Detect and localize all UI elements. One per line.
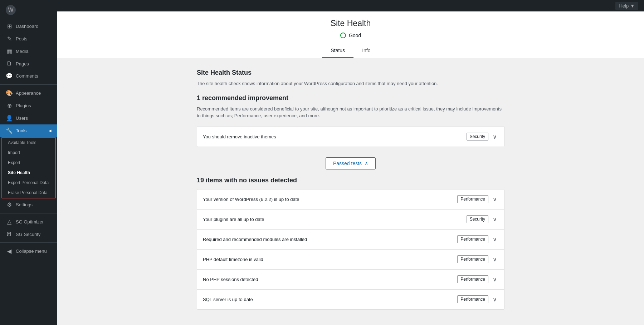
media-icon: ▦ (6, 48, 13, 55)
sidebar-item-settings[interactable]: ⚙ Settings (0, 198, 57, 211)
main-content: Help ▼ Site Health Good Status Info Site… (57, 11, 644, 325)
passed-item-4: No PHP sessions detected Performance ∨ (197, 269, 504, 290)
sidebar-item-posts[interactable]: ✎ Posts (0, 33, 57, 45)
posts-icon: ✎ (6, 35, 13, 42)
passed-item-badge-3: Performance (457, 255, 488, 263)
passed-item-badge-4: Performance (457, 275, 488, 283)
sidebar-item-sg-security[interactable]: ⛨ SG Security (0, 228, 57, 240)
sidebar-item-sg-optimizer[interactable]: △ SG Optimizer (0, 216, 57, 228)
site-health-status-desc: The site health check shows information … (197, 80, 504, 87)
status-dot-icon (340, 33, 346, 38)
comments-icon: 💬 (6, 73, 13, 79)
passed-item-label-2: Required and recommended modules are ins… (203, 237, 307, 242)
recommended-item-label-0: You should remove inactive themes (203, 134, 276, 139)
recommended-desc: Recommended items are considered benefic… (197, 105, 504, 119)
recommended-item-expand-0[interactable]: ∨ (491, 132, 498, 142)
passed-item-label-0: Your version of WordPress (6.2.2) is up … (203, 197, 299, 202)
passed-item-expand-3[interactable]: ∨ (491, 255, 498, 264)
passed-item-right-4: Performance ∨ (457, 275, 498, 284)
tab-status[interactable]: Status (322, 44, 353, 58)
tab-info[interactable]: Info (353, 44, 379, 58)
sidebar: W ⊞ Dashboard ✎ Posts ▦ Media 🗋 Pages 💬 … (0, 0, 57, 325)
passed-item-label-5: SQL server is up to date (203, 297, 253, 302)
users-icon: 👤 (6, 115, 13, 122)
passed-item-right-1: Security ∨ (467, 215, 498, 224)
submenu-erase-personal-data[interactable]: Erase Personal Data (2, 188, 55, 198)
sidebar-item-comments[interactable]: 💬 Comments (0, 70, 57, 82)
recommended-title: 1 recommended improvement (197, 94, 504, 102)
sidebar-logo: W (0, 0, 57, 20)
passed-item-5: SQL server is up to date Performance ∨ (197, 289, 504, 310)
tools-arrow-icon: ◀ (49, 129, 52, 133)
recommended-item-badge-0: Security (467, 133, 488, 141)
passed-item-badge-1: Security (467, 215, 488, 223)
passed-item-3: PHP default timezone is valid Performanc… (197, 249, 504, 270)
page-header: Site Health Good Status Info (57, 11, 644, 58)
tabs: Status Info (57, 44, 644, 58)
passed-items: Your version of WordPress (6.2.2) is up … (197, 189, 504, 310)
settings-icon: ⚙ (6, 201, 13, 208)
passed-item-label-4: No PHP sessions detected (203, 277, 258, 282)
sidebar-item-collapse[interactable]: ◀ Collapse menu (0, 245, 57, 257)
site-health-status-title: Site Health Status (197, 69, 504, 77)
passed-item-right-0: Performance ∨ (457, 194, 498, 204)
passed-item-badge-2: Performance (457, 235, 488, 243)
submenu-export-personal-data[interactable]: Export Personal Data (2, 178, 55, 188)
tools-icon: 🔧 (6, 127, 13, 134)
sidebar-item-plugins[interactable]: ⊕ Plugins (0, 99, 57, 112)
sidebar-item-media[interactable]: ▦ Media (0, 45, 57, 58)
appearance-icon: 🎨 (6, 90, 13, 97)
sidebar-item-users[interactable]: 👤 Users (0, 112, 57, 124)
passed-item-badge-5: Performance (457, 295, 488, 303)
passed-item-2: Required and recommended modules are ins… (197, 229, 504, 250)
passed-item-0: Your version of WordPress (6.2.2) is up … (197, 189, 504, 210)
passed-item-right-3: Performance ∨ (457, 255, 498, 264)
tools-submenu: Available Tools Import Export Site Healt… (1, 137, 56, 198)
sidebar-item-appearance[interactable]: 🎨 Appearance (0, 87, 57, 99)
pages-icon: 🗋 (6, 60, 13, 67)
submenu-site-health[interactable]: Site Health (2, 168, 55, 178)
recommended-item-right-0: Security ∨ (467, 132, 498, 142)
dashboard-icon: ⊞ (6, 23, 13, 30)
submenu-export[interactable]: Export (2, 158, 55, 168)
passed-tests-chevron-icon: ∧ (365, 161, 368, 166)
passed-item-1: Your plugins are all up to date Security… (197, 209, 504, 230)
passed-item-expand-0[interactable]: ∨ (491, 194, 498, 204)
passed-item-expand-5[interactable]: ∨ (491, 295, 498, 304)
passed-item-badge-0: Performance (457, 195, 488, 203)
passed-item-expand-4[interactable]: ∨ (491, 275, 498, 284)
recommended-items: You should remove inactive themes Securi… (197, 127, 504, 147)
passed-item-label-3: PHP default timezone is valid (203, 257, 263, 262)
passed-item-expand-1[interactable]: ∨ (491, 215, 498, 224)
passed-item-right-5: Performance ∨ (457, 295, 498, 304)
passed-tests-section: Passed tests ∧ (197, 157, 504, 169)
status-indicator: Good (57, 33, 644, 38)
no-issues-title: 19 items with no issues detected (197, 177, 504, 184)
content-area: Site Health Status The site health check… (190, 58, 512, 321)
page-title: Site Health (57, 19, 644, 28)
status-text: Good (349, 33, 361, 38)
passed-item-label-1: Your plugins are all up to date (203, 217, 264, 222)
submenu-available-tools[interactable]: Available Tools (2, 138, 55, 148)
passed-tests-button[interactable]: Passed tests ∧ (326, 157, 376, 169)
passed-item-right-2: Performance ∨ (457, 235, 498, 244)
sidebar-item-tools[interactable]: 🔧 Tools ◀ (0, 124, 57, 137)
sidebar-item-pages[interactable]: 🗋 Pages (0, 58, 57, 70)
plugins-icon: ⊕ (6, 102, 13, 109)
sidebar-item-dashboard[interactable]: ⊞ Dashboard (0, 20, 57, 33)
passed-item-expand-2[interactable]: ∨ (491, 235, 498, 244)
recommended-item-0: You should remove inactive themes Securi… (197, 127, 504, 147)
submenu-import[interactable]: Import (2, 148, 55, 158)
collapse-icon: ◀ (6, 248, 13, 255)
sg-security-icon: ⛨ (6, 231, 13, 237)
sg-optimizer-icon: △ (6, 218, 13, 225)
wp-logo-icon: W (6, 5, 16, 15)
